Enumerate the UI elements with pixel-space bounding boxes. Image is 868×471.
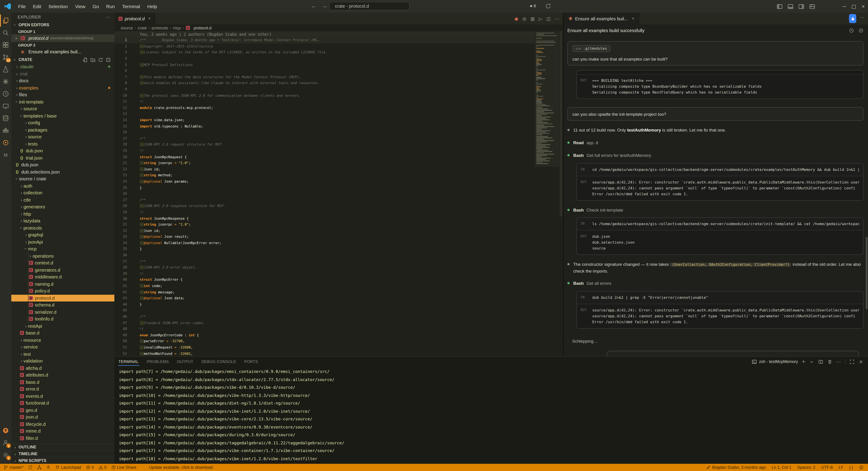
crate-section-header[interactable]: › CRATE — [11, 56, 114, 63]
tree-row[interactable]: ›ctfe — [11, 196, 114, 203]
open-editors-header[interactable]: › OPEN EDITORS — [11, 21, 114, 29]
tree-row[interactable]: {}dub.json — [11, 147, 114, 154]
breadcrumb-item[interactable]: protocols — [152, 26, 168, 30]
status-item-master[interactable]: master* — [4, 465, 24, 470]
remote-icon[interactable] — [0, 100, 11, 112]
status-item-lf[interactable]: LF — [839, 465, 843, 470]
tree-row[interactable]: ›protocols — [11, 224, 114, 231]
tree-row[interactable]: Dgeo.d — [11, 407, 114, 414]
database-icon[interactable] — [0, 112, 11, 124]
close-panel-icon[interactable] — [859, 359, 864, 364]
terminal-output[interactable]: import path[7] = /home/gedaiu/.dub/packa… — [114, 367, 868, 464]
status-item-utf-8[interactable]: UTF-8 — [821, 465, 833, 470]
history-icon[interactable] — [849, 28, 854, 33]
maximize-panel-icon[interactable] — [849, 359, 855, 364]
terminal-more-icon[interactable]: ⋯ — [836, 359, 841, 364]
refresh-icon[interactable] — [98, 57, 103, 62]
accounts-icon[interactable]: 1 — [0, 437, 11, 449]
chat-input-box[interactable]: Queue another message... + / protocol.d — [607, 350, 859, 356]
menu-run[interactable]: Run — [103, 2, 118, 10]
tree-row[interactable]: Daltcha.d — [11, 365, 114, 372]
tree-row[interactable]: ›lazydata — [11, 217, 114, 224]
process-badge[interactable]: ● 6 — [530, 3, 536, 8]
panel-tab-terminal[interactable]: TERMINAL — [118, 357, 139, 366]
explorer-more-icon[interactable]: ⋯ — [105, 15, 110, 19]
collapse-all-icon[interactable] — [106, 57, 111, 62]
m-extension-icon[interactable]: M — [0, 149, 11, 161]
new-folder-icon[interactable] — [90, 57, 95, 62]
close-button[interactable]: × — [859, 0, 868, 13]
panel-tab-problems[interactable]: PROBLEMS — [146, 357, 169, 366]
tree-row[interactable]: Dcontext.d — [11, 259, 114, 266]
panel-tab-ports[interactable]: PORTS — [244, 357, 258, 366]
terminal-dropdown-icon[interactable] — [809, 359, 814, 364]
nav-forward-icon[interactable]: → — [322, 3, 327, 9]
section-timeline[interactable]: ›TIMELINE — [11, 450, 114, 457]
status-item-0[interactable]: 0 — [98, 465, 106, 470]
editor-more-icon[interactable]: ⋯ — [555, 16, 559, 21]
tree-row[interactable]: ›templates / base — [11, 112, 114, 119]
chat-tab[interactable]: Ensure all examples buil... × — [564, 13, 639, 24]
tree-row[interactable]: ›source — [11, 133, 114, 140]
menu-help[interactable]: Help — [144, 2, 160, 10]
open-editor-item[interactable]: ×Dprotocol.dsource/crate/protocols/mcp — [11, 34, 114, 42]
menu-terminal[interactable]: Terminal — [119, 2, 143, 10]
customize-layout-icon[interactable] — [809, 3, 815, 9]
status-item[interactable] — [28, 465, 33, 470]
tree-row[interactable]: Dnaming.d — [11, 280, 114, 287]
toggle-sidebar-icon[interactable] — [777, 3, 782, 9]
command-center[interactable]: crate - protocol.d — [329, 2, 410, 10]
blame-toggle-icon[interactable]: ◉ — [515, 16, 518, 21]
code-editor[interactable]: You, 2 weeks ago | 2 authors (Bogdan Sza… — [114, 31, 563, 356]
menu-view[interactable]: View — [72, 2, 88, 10]
tree-row[interactable]: ›collection — [11, 189, 114, 196]
source-control-icon[interactable]: 13 — [0, 51, 11, 63]
tree-row[interactable]: Dbase.d — [11, 379, 114, 385]
kill-terminal-icon[interactable] — [827, 359, 832, 364]
run-file-icon[interactable]: ▷ — [539, 16, 542, 21]
preview-icon[interactable]: ◎ — [522, 16, 526, 21]
titlebar-sync-icon[interactable] — [545, 3, 551, 9]
tree-row[interactable]: ›http — [11, 211, 114, 217]
new-terminal-icon[interactable]: + — [802, 358, 805, 365]
tree-row[interactable]: ›service — [11, 344, 114, 350]
history-icon[interactable] — [0, 88, 11, 100]
tree-row[interactable]: Dserializer.d — [11, 309, 114, 315]
tree-row[interactable]: ›test — [11, 350, 114, 357]
tree-row[interactable]: ›.claude — [11, 63, 114, 70]
status-item-live[interactable]: Live Share — [111, 465, 136, 470]
tree-row[interactable]: Devents.d — [11, 392, 114, 400]
diff-icon[interactable]: ▥ — [530, 16, 535, 21]
tree-row[interactable]: ›examples — [11, 84, 114, 91]
status-item-launchpad[interactable]: Launchpad — [55, 465, 81, 470]
tree-row[interactable]: ›files — [11, 91, 114, 98]
open-editor-item[interactable]: Ensure all examples buil... — [11, 48, 114, 56]
status-item-{[interactable]: { } — [849, 465, 853, 470]
minimize-button[interactable]: ─ — [839, 0, 849, 13]
status-item[interactable] — [37, 465, 41, 470]
tree-row[interactable]: Dfunctional.d — [11, 400, 114, 407]
settings-icon[interactable]: 1 — [0, 449, 11, 461]
toggle-panel-icon[interactable] — [787, 3, 794, 9]
close-editor-icon[interactable]: × — [14, 36, 19, 40]
chat-scrollbar[interactable] — [866, 237, 868, 309]
tree-row[interactable]: Dlifecycle.d — [11, 420, 114, 428]
tree-row[interactable]: ›tests — [11, 140, 114, 147]
tree-row[interactable]: Derror.d — [11, 385, 114, 392]
tab-protocol-d[interactable]: D protocol.d × — [114, 13, 155, 24]
testing-icon[interactable] — [0, 63, 11, 75]
menu-go[interactable]: Go — [90, 2, 102, 10]
menu-selection[interactable]: Selection — [45, 2, 71, 10]
lock-button[interactable] — [849, 14, 856, 23]
tree-row[interactable]: {}dub.selections.json — [11, 168, 114, 176]
tree-row[interactable]: ›config — [11, 119, 114, 126]
tree-row[interactable]: ›mcp — [11, 246, 114, 252]
editor-scrollbar[interactable] — [559, 31, 563, 356]
split-editor-icon[interactable]: ◫ — [546, 16, 551, 21]
tree-row[interactable]: ›restApi — [11, 322, 114, 329]
tree-row[interactable]: Dprotocol.d — [11, 294, 114, 302]
new-chat-icon[interactable] — [859, 28, 864, 33]
status-item-spaces:[interactable]: Spaces: 2 — [797, 465, 815, 470]
tree-row[interactable]: ›docs — [11, 77, 114, 84]
breadcrumb-item[interactable]: mcp — [173, 26, 181, 30]
